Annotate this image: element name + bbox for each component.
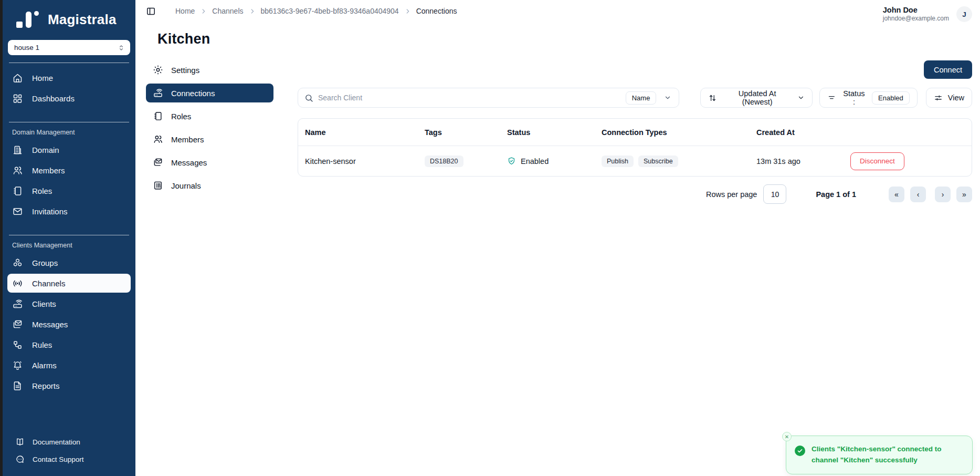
breadcrumb-channel-id[interactable]: bb6136c3-9e67-4beb-bf83-9346a0404904: [261, 7, 399, 15]
sidebar-item-domain[interactable]: Domain: [7, 140, 131, 159]
cell-created-at: 13m 31s ago: [750, 157, 846, 165]
tab-messages[interactable]: Messages: [146, 153, 273, 172]
next-page-button[interactable]: ›: [935, 187, 951, 202]
sidebar-toggle-icon[interactable]: [146, 6, 156, 18]
sort-button[interactable]: Updated At (Newest): [700, 88, 813, 108]
status-badge: Enabled: [521, 157, 549, 165]
search-input[interactable]: [318, 94, 621, 102]
pagination: Rows per page 10 Page 1 of 1 « ‹ › »: [298, 184, 972, 204]
channel-tabs: Settings Connections Roles Members Messa…: [146, 60, 273, 204]
chevron-right-icon: [249, 8, 256, 15]
chevron-right-icon: [404, 8, 411, 15]
rows-per-page-select[interactable]: 10: [763, 184, 786, 204]
sidebar-item-clients[interactable]: Clients: [7, 294, 131, 313]
view-label: View: [948, 94, 964, 102]
tab-members[interactable]: Members: [146, 130, 273, 149]
tab-label: Messages: [171, 158, 207, 167]
sidebar-item-dashboards[interactable]: Dashboards: [7, 89, 131, 108]
connection-type-badge: Subscribe: [638, 156, 678, 167]
last-page-button[interactable]: »: [956, 187, 972, 202]
toolbar: Name Updated At (Newest) Status : Enable…: [298, 88, 972, 108]
workspace-select-value: house 1: [14, 44, 39, 51]
disconnect-button[interactable]: Disconnect: [850, 152, 904, 170]
sidebar-item-label: Messages: [32, 320, 68, 329]
sidebar-item-rules[interactable]: Rules: [7, 335, 131, 354]
sidebar-item-reports[interactable]: Reports: [7, 376, 131, 395]
column-header-status: Status: [500, 128, 595, 137]
home-icon: [12, 73, 23, 84]
breadcrumb-channels[interactable]: Channels: [212, 7, 243, 15]
search-box: Name: [298, 88, 679, 108]
sidebar-item-roles[interactable]: Roles: [7, 181, 131, 200]
status-filter-button[interactable]: Status : Enabled: [819, 88, 918, 108]
mail-stack-icon: [153, 157, 163, 168]
section-label-clients-management: Clients Management: [7, 235, 131, 253]
sidebar-item-label: Clients: [32, 299, 56, 308]
user-block: John Doe johndoe@example.com J: [883, 5, 972, 23]
breadcrumb-home[interactable]: Home: [175, 7, 195, 15]
page-info: Page 1 of 1: [816, 190, 856, 199]
sidebar-item-groups[interactable]: Groups: [7, 253, 131, 272]
sidebar-item-label: Reports: [32, 381, 60, 390]
chat-icon: [15, 454, 25, 464]
chevron-down-icon: [797, 94, 805, 101]
tab-label: Connections: [171, 89, 215, 98]
sidebar-item-members[interactable]: Members: [7, 161, 131, 180]
search-field-selector[interactable]: Name: [626, 91, 657, 105]
search-icon: [304, 94, 313, 102]
toast-message: Clients "Kitchen-sensor" connected to ch…: [812, 444, 964, 466]
chevron-right-icon: [200, 8, 207, 15]
users-icon: [153, 134, 163, 144]
bell-icon: [12, 360, 23, 371]
sort-arrows-icon: [708, 94, 717, 102]
sidebar-item-invitations[interactable]: Invitations: [7, 202, 131, 221]
section-label-domain-management: Domain Management: [7, 122, 131, 140]
rules-icon: [12, 339, 23, 350]
table-row[interactable]: Kitchen-sensor DS18B20 Enabled Publish S…: [298, 146, 972, 176]
sidebar-item-channels[interactable]: Channels: [7, 274, 131, 293]
sidebar-item-label: Domain: [32, 146, 59, 154]
sidebar-item-contact-support[interactable]: Contact Support: [14, 451, 131, 467]
status-filter-label: Status :: [841, 89, 867, 106]
tab-connections[interactable]: Connections: [146, 84, 273, 102]
sidebar-item-label: Roles: [32, 187, 52, 195]
tab-settings[interactable]: Settings: [146, 60, 273, 79]
sliders-icon: [934, 94, 943, 102]
breadcrumb-connections: Connections: [416, 7, 457, 15]
sidebar-item-messages[interactable]: Messages: [7, 315, 131, 334]
chevron-down-icon[interactable]: [661, 94, 675, 101]
workspace-select[interactable]: house 1: [8, 40, 130, 55]
tag-badge: DS18B20: [425, 156, 463, 167]
router-icon: [153, 88, 163, 98]
toast-close-icon[interactable]: ✕: [782, 432, 792, 441]
avatar[interactable]: J: [956, 6, 972, 22]
sidebar-item-documentation[interactable]: Documentation: [14, 434, 131, 450]
sidebar-item-alarms[interactable]: Alarms: [7, 356, 131, 375]
main-content: Home Channels bb6136c3-9e67-4beb-bf83-93…: [135, 0, 980, 476]
sidebar-footer: Documentation Contact Support: [3, 434, 135, 476]
tab-label: Roles: [171, 112, 191, 121]
breadcrumb: Home Channels bb6136c3-9e67-4beb-bf83-93…: [175, 7, 457, 15]
page-title: Kitchen: [157, 31, 980, 47]
tab-roles[interactable]: Roles: [146, 107, 273, 126]
previous-page-button[interactable]: ‹: [910, 187, 926, 202]
connect-button[interactable]: Connect: [924, 60, 972, 79]
sidebar-item-home[interactable]: Home: [7, 68, 131, 87]
topbar: Home Channels bb6136c3-9e67-4beb-bf83-93…: [135, 0, 980, 23]
tab-journals[interactable]: Journals: [146, 176, 273, 195]
shield-check-icon: [507, 157, 516, 165]
sidebar-item-label: Rules: [32, 340, 52, 349]
check-circle-icon: [795, 446, 805, 456]
sidebar: Magistrala house 1 Home Dashboards Domai…: [3, 0, 135, 476]
first-page-button[interactable]: «: [889, 187, 904, 202]
brand-name: Magistrala: [48, 12, 117, 28]
tab-label: Settings: [171, 66, 199, 75]
file-text-icon: [12, 380, 23, 391]
column-header-created-at: Created At: [750, 128, 846, 137]
sidebar-item-label: Members: [32, 166, 65, 175]
view-button[interactable]: View: [926, 88, 972, 108]
status-filter-value[interactable]: Enabled: [872, 91, 910, 105]
tab-label: Journals: [171, 181, 201, 190]
sidebar-item-label: Alarms: [32, 361, 57, 370]
sidebar-nav: Home Dashboards Domain Management Domain…: [3, 63, 135, 397]
